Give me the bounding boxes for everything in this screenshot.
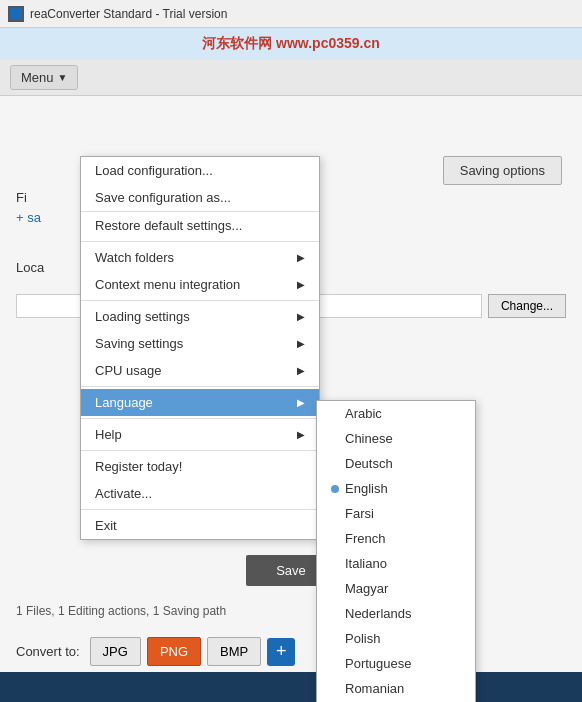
menu-item-save-config[interactable]: Save configuration as... (81, 184, 319, 211)
menu-bar: Menu ▼ (0, 60, 582, 96)
menu-button[interactable]: Menu ▼ (10, 65, 78, 90)
menu-arrow: ▼ (58, 72, 68, 83)
main-dropdown-menu: Load configuration... Save configuration… (80, 156, 320, 540)
format-bmp-button[interactable]: BMP (207, 637, 261, 666)
bottom-bar (0, 672, 582, 702)
divider-3 (81, 386, 319, 387)
lang-romanian[interactable]: Romanian (317, 676, 475, 701)
add-format-button[interactable]: + (267, 638, 295, 666)
lang-magyar[interactable]: Magyar (317, 576, 475, 601)
menu-item-saving-settings[interactable]: Saving settings ▶ (81, 330, 319, 357)
lang-french[interactable]: French (317, 526, 475, 551)
menu-item-cpu-usage[interactable]: CPU usage ▶ (81, 357, 319, 384)
language-submenu: Arabic Chinese Deutsch English Farsi Fre… (316, 400, 476, 702)
menu-item-loading-settings[interactable]: Loading settings ▶ (81, 303, 319, 330)
lang-chinese[interactable]: Chinese (317, 426, 475, 451)
loading-settings-arrow: ▶ (297, 311, 305, 322)
divider-2 (81, 300, 319, 301)
lang-english[interactable]: English (317, 476, 475, 501)
location-label: Loca (16, 260, 44, 275)
status-bar: 1 Files, 1 Editing actions, 1 Saving pat… (0, 600, 582, 622)
svg-rect-0 (10, 8, 22, 20)
menu-item-restore[interactable]: Restore default settings... (81, 211, 319, 239)
lang-arabic[interactable]: Arabic (317, 401, 475, 426)
menu-label: Menu (21, 70, 54, 85)
menu-item-context-menu[interactable]: Context menu integration ▶ (81, 271, 319, 298)
files-label: Fi (16, 190, 27, 205)
convert-bar: Convert to: JPG PNG BMP + (0, 631, 582, 672)
watch-folders-arrow: ▶ (297, 252, 305, 263)
menu-item-help[interactable]: Help ▶ (81, 421, 319, 448)
menu-item-register[interactable]: Register today! (81, 453, 319, 480)
title-bar: reaConverter Standard - Trial version (0, 0, 582, 28)
save-area: Save (0, 555, 582, 586)
format-png-button[interactable]: PNG (147, 637, 201, 666)
saving-settings-arrow: ▶ (297, 338, 305, 349)
divider-1 (81, 241, 319, 242)
lang-portuguese[interactable]: Portuguese (317, 651, 475, 676)
menu-item-load-config[interactable]: Load configuration... (81, 157, 319, 184)
status-text: 1 Files, 1 Editing actions, 1 Saving pat… (16, 604, 226, 618)
add-files-button[interactable]: + sa (16, 210, 41, 225)
saving-options-button[interactable]: Saving options (443, 156, 562, 185)
english-selected-dot (331, 485, 339, 493)
language-arrow: ▶ (297, 397, 305, 408)
menu-item-language[interactable]: Language ▶ (81, 389, 319, 416)
help-arrow: ▶ (297, 429, 305, 440)
title-bar-text: reaConverter Standard - Trial version (30, 7, 227, 21)
lang-farsi[interactable]: Farsi (317, 501, 475, 526)
lang-polish[interactable]: Polish (317, 626, 475, 651)
app-icon (8, 6, 24, 22)
format-jpg-button[interactable]: JPG (90, 637, 141, 666)
convert-label: Convert to: (16, 644, 80, 659)
change-button[interactable]: Change... (488, 294, 566, 318)
menu-item-activate[interactable]: Activate... (81, 480, 319, 507)
menu-item-exit[interactable]: Exit (81, 512, 319, 539)
context-menu-arrow: ▶ (297, 279, 305, 290)
divider-5 (81, 450, 319, 451)
watermark-bar: 河东软件网 www.pc0359.cn (0, 28, 582, 60)
lang-nederlands[interactable]: Nederlands (317, 601, 475, 626)
divider-4 (81, 418, 319, 419)
watermark-text: 河东软件网 www.pc0359.cn (202, 35, 380, 53)
lang-italiano[interactable]: Italiano (317, 551, 475, 576)
divider-6 (81, 509, 319, 510)
app-area: Menu ▼ Saving options Fi + sa Loca Chang… (0, 60, 582, 702)
lang-deutsch[interactable]: Deutsch (317, 451, 475, 476)
cpu-usage-arrow: ▶ (297, 365, 305, 376)
menu-item-watch-folders[interactable]: Watch folders ▶ (81, 244, 319, 271)
